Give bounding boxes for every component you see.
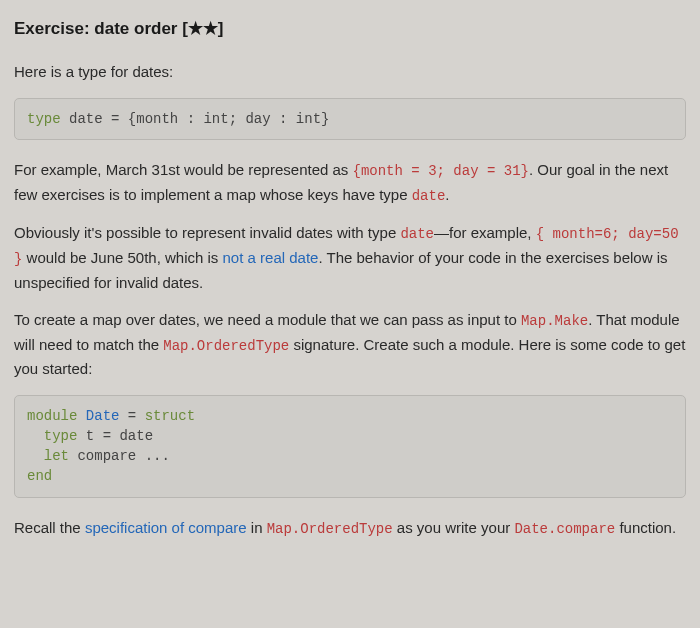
keyword-type: type — [27, 111, 61, 127]
link-not-real-date[interactable]: not a real date — [223, 249, 319, 266]
inline-code-orderedtype2: Map.OrderedType — [267, 521, 393, 537]
type-body: {month : int; day : int} — [128, 111, 330, 127]
paragraph-example: For example, March 31st would be represe… — [14, 158, 686, 207]
inline-code-map-make: Map.Make — [521, 313, 588, 329]
intro-text: Here is a type for dates: — [14, 60, 686, 83]
inline-code-date-compare: Date.compare — [514, 521, 615, 537]
paragraph-create-map: To create a map over dates, we need a mo… — [14, 308, 686, 381]
module-name: Date — [86, 408, 120, 424]
inline-code-date: date — [412, 188, 446, 204]
exercise-title: Exercise: date order [★★] — [14, 16, 686, 42]
paragraph-recall: Recall the specification of compare in M… — [14, 516, 686, 541]
inline-code-orderedtype: Map.OrderedType — [163, 338, 289, 354]
code-block-module-date: module Date = struct type t = date let c… — [14, 395, 686, 498]
paragraph-invalid: Obviously it's possible to represent inv… — [14, 221, 686, 294]
type-name: date — [69, 111, 103, 127]
inline-code-record: {month = 3; day = 31} — [353, 163, 529, 179]
link-spec-compare[interactable]: specification of compare — [85, 519, 247, 536]
inline-code-date2: date — [400, 226, 434, 242]
code-block-type-date: type date = {month : int; day : int} — [14, 98, 686, 140]
